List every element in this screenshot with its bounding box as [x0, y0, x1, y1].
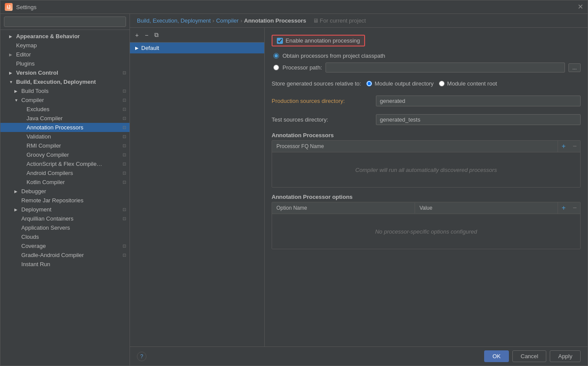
list-toolbar: + − ⧉ [130, 28, 264, 43]
module-content-radio[interactable] [439, 81, 445, 86]
breadcrumb: Build, Execution, Deployment › Compiler … [130, 14, 588, 28]
arrow-icon [14, 262, 20, 267]
settings-window: IJ Settings ✕ ▶ Appearance & Behavior Ke… [0, 0, 588, 366]
production-sources-input[interactable] [376, 96, 581, 106]
arrow-icon [20, 153, 25, 157]
page-icon: ⊡ [123, 162, 126, 166]
breadcrumb-part2[interactable]: Compiler [216, 17, 239, 24]
sidebar-item-actionscript[interactable]: ActionScript & Flex Compile… ⊡ [0, 159, 130, 168]
titlebar: IJ Settings ✕ [0, 0, 588, 14]
sidebar-item-label: Instant Run [21, 261, 126, 267]
sidebar-item-label: Build Tools [21, 88, 119, 94]
apply-button[interactable]: Apply [550, 350, 581, 362]
sidebar-item-appearance[interactable]: ▶ Appearance & Behavior [0, 32, 130, 41]
processor-options-remove-btn[interactable]: − [569, 202, 580, 214]
list-item-default[interactable]: ▶ Default [130, 43, 264, 53]
test-sources-input[interactable] [376, 114, 581, 125]
page-icon: ⊡ [123, 171, 126, 175]
close-button[interactable]: ✕ [578, 3, 583, 10]
processor-options-add-btn[interactable]: + [558, 202, 569, 214]
search-input[interactable] [4, 16, 126, 27]
sidebar-item-label: Application Servers [21, 224, 126, 231]
arrow-icon [14, 226, 20, 230]
sidebar-item-coverage[interactable]: Coverage ⊡ [0, 241, 130, 251]
test-sources-row: Test sources directory: [272, 113, 581, 126]
main-panel: Build, Execution, Deployment › Compiler … [130, 14, 588, 366]
sidebar-item-clouds[interactable]: Clouds [0, 232, 130, 241]
module-output-text: Module output directory [375, 80, 434, 87]
sidebar-item-instant-run[interactable]: Instant Run [0, 260, 130, 269]
sidebar-item-rmi-compiler[interactable]: RMI Compiler ⊡ [0, 141, 130, 150]
ok-button[interactable]: OK [484, 350, 509, 362]
sidebar-item-kotlin-compiler[interactable]: Kotlin Compiler ⊡ [0, 178, 130, 187]
obtain-processors-radio[interactable] [273, 53, 279, 59]
sidebar-item-label: Clouds [21, 234, 126, 240]
arrow-icon [20, 135, 25, 139]
sidebar-item-label: Excludes [27, 106, 119, 112]
sidebar-item-arquillian[interactable]: Arquillian Containers ⊡ [0, 214, 130, 223]
annotation-processors-section: Annotation Processors Processor FQ Name … [272, 132, 581, 188]
enable-annotation-checkbox[interactable] [277, 38, 283, 44]
sidebar-item-label: Gradle-Android Compiler [21, 252, 119, 258]
page-icon: ⊡ [123, 116, 126, 121]
processor-options-header: Option Name Value + − [272, 202, 580, 214]
sidebar-item-compiler[interactable]: ▼ Compiler ⊡ [0, 96, 130, 105]
arrow-icon [20, 107, 25, 112]
sidebar-item-deployment[interactable]: ▶ Deployment ⊡ [0, 205, 130, 214]
page-icon: ⊡ [123, 70, 126, 75]
breadcrumb-part3: Annotation Processors [244, 17, 306, 24]
arrow-icon [20, 162, 25, 166]
sidebar-item-android-compilers[interactable]: Android Compilers ⊡ [0, 168, 130, 178]
sidebar-item-remote-jar[interactable]: Remote Jar Repositories [0, 196, 130, 205]
sidebar-item-groovy-compiler[interactable]: Groovy Compiler ⊡ [0, 150, 130, 159]
sidebar-item-excludes[interactable]: Excludes ⊡ [0, 105, 130, 114]
test-sources-label: Test sources directory: [272, 116, 372, 123]
sidebar-item-annotation-processors[interactable]: Annotation Processors ⊡ [0, 123, 130, 132]
sidebar-item-gradle-android[interactable]: Gradle-Android Compiler ⊡ [0, 251, 130, 260]
sidebar-item-validation[interactable]: Validation ⊡ [0, 132, 130, 141]
sidebar-item-label: Compiler [21, 97, 119, 103]
annotation-processors-add-btn[interactable]: + [558, 141, 569, 152]
page-icon: ⊡ [123, 125, 126, 130]
processor-options-table-body: No processor-specific options configured [272, 214, 580, 249]
sidebar-item-build-tools[interactable]: ▶ Build Tools ⊡ [0, 86, 130, 96]
arrow-icon: ▶ [135, 46, 139, 50]
add-button[interactable]: + [133, 31, 140, 40]
sidebar-item-java-compiler[interactable]: Java Compiler ⊡ [0, 114, 130, 123]
breadcrumb-part1[interactable]: Build, Execution, Deployment [137, 17, 211, 24]
breadcrumb-sep2: › [240, 17, 242, 24]
help-button[interactable]: ? [137, 352, 146, 361]
page-icon: ⊡ [123, 98, 126, 102]
remove-button[interactable]: − [143, 31, 150, 40]
arrow-icon [20, 144, 25, 148]
annotation-processors-remove-btn[interactable]: − [569, 141, 580, 152]
sidebar-item-editor[interactable]: ▶ Editor [0, 50, 130, 59]
footer: ? OK Cancel Apply [130, 346, 588, 366]
arrow-icon [9, 62, 14, 66]
module-output-label: Module output directory [366, 80, 434, 87]
page-icon: ⊡ [123, 89, 126, 93]
sidebar-item-app-servers[interactable]: Application Servers [0, 223, 130, 232]
processor-path-input[interactable] [326, 63, 565, 73]
processor-path-radio[interactable] [273, 65, 279, 70]
copy-button[interactable]: ⧉ [153, 30, 160, 40]
enable-annotation-label: Enable annotation processing [286, 37, 360, 44]
sidebar-item-version-control[interactable]: ▶ Version Control ⊡ [0, 68, 130, 77]
sidebar-item-build-exec[interactable]: ▼ Build, Execution, Deployment [0, 77, 130, 86]
list-item-label: Default [141, 45, 159, 51]
list-panel: + − ⧉ ▶ Default [130, 28, 265, 346]
arrow-icon: ▶ [9, 71, 14, 75]
sidebar-item-plugins[interactable]: Plugins [0, 59, 130, 68]
sidebar: ▶ Appearance & Behavior Keymap ▶ Editor … [0, 14, 130, 366]
module-output-radio[interactable] [366, 81, 372, 86]
arrow-icon: ▼ [14, 98, 20, 102]
processor-path-browse[interactable]: ... [568, 63, 581, 72]
sidebar-item-keymap[interactable]: Keymap [0, 41, 130, 50]
arrow-icon [14, 235, 20, 239]
sidebar-item-label: Groovy Compiler [27, 152, 119, 158]
sidebar-item-label: Keymap [16, 42, 126, 49]
cancel-button[interactable]: Cancel [512, 350, 546, 362]
page-icon: ⊡ [123, 207, 126, 212]
sidebar-item-debugger[interactable]: ▶ Debugger [0, 187, 130, 196]
processor-source-group: Obtain processors from project classpath… [272, 53, 581, 73]
